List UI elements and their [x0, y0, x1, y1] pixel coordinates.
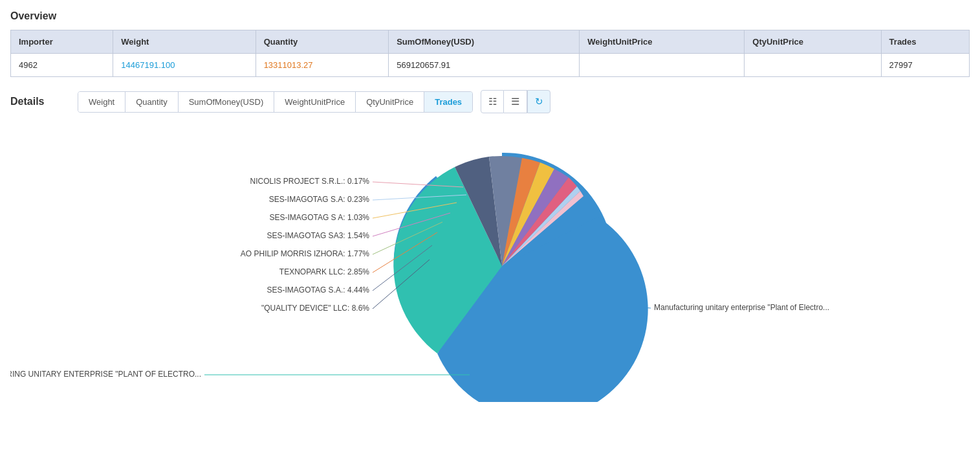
col-importer: Importer	[11, 30, 113, 54]
col-trades: Trades	[881, 30, 969, 54]
overview-section: Overview Importer Weight Quantity SumOfM…	[10, 10, 970, 77]
tab-quantity[interactable]: Quantity	[125, 92, 178, 112]
grid-view-button[interactable]: ☷	[481, 90, 504, 113]
cell-sumofmoney: 569120657.91	[389, 54, 580, 77]
legend-label-ses-sa2: SES-IMAGOTAG S.A.: 4.44%	[267, 285, 370, 295]
tab-sumofmoney[interactable]: SumOfMoney(USD)	[179, 92, 275, 112]
details-header: Details Weight Quantity SumOfMoney(USD) …	[10, 90, 970, 113]
cell-quantity: 13311013.27	[256, 54, 389, 77]
cell-weight: 14467191.100	[113, 54, 256, 77]
legend-label-ses-sa3: SES-IMAGOTAG SA3: 1.54%	[267, 231, 370, 240]
legend-label-quality: "QUALITY DEVICE" LLC: 8.6%	[261, 304, 369, 313]
cell-qtyunitprice	[745, 54, 881, 77]
col-sumofmoney: SumOfMoney(USD)	[389, 30, 580, 54]
legend-label-ses-a: SES-IMAGOTAG S A: 1.03%	[270, 213, 370, 222]
table-header-row: Importer Weight Quantity SumOfMoney(USD)…	[11, 30, 970, 54]
col-qtyunitprice: QtyUnitPrice	[745, 30, 881, 54]
cell-weightunitprice	[580, 54, 745, 77]
tab-qtyunitprice[interactable]: QtyUnitPrice	[356, 92, 424, 112]
legend-label-texnopark: TEXNOPARK LLC: 2.85%	[279, 267, 369, 276]
details-title: Details	[10, 96, 62, 107]
cell-importer: 4962	[11, 54, 113, 77]
col-weightunitprice: WeightUnitPrice	[580, 30, 745, 54]
tab-weight[interactable]: Weight	[78, 92, 125, 112]
tab-bar: Weight Quantity SumOfMoney(USD) WeightUn…	[78, 91, 473, 113]
tab-trades[interactable]: Trades	[424, 92, 472, 112]
list-view-button[interactable]: ☰	[504, 90, 527, 113]
col-quantity: Quantity	[256, 30, 389, 54]
legend-label-manufacturing-left: MANUFACTURING UNITARY ENTERPRISE "PLANT …	[10, 370, 201, 379]
legend-label-nicolis: NICOLIS PROJECT S.R.L.: 0.17%	[250, 177, 369, 186]
refresh-button[interactable]: ↻	[527, 90, 550, 113]
legend-label-ses-sa-small: SES-IMAGOTAG S.A: 0.23%	[269, 195, 369, 204]
legend-label-philip: AO PHILIP MORRIS IZHORA: 1.77%	[241, 249, 369, 258]
chart-area: NICOLIS PROJECT S.R.L.: 0.17% SES-IMAGOT…	[10, 124, 970, 402]
view-icon-group: ☷ ☰ ↻	[481, 90, 550, 113]
details-section: Details Weight Quantity SumOfMoney(USD) …	[10, 90, 970, 402]
cell-trades: 27997	[881, 54, 969, 77]
col-weight: Weight	[113, 30, 256, 54]
legend-label-manufacturing-right: Manufacturing unitary enterprise "Plant …	[654, 303, 829, 312]
table-row: 4962 14467191.100 13311013.27 569120657.…	[11, 54, 970, 77]
overview-table: Importer Weight Quantity SumOfMoney(USD)…	[10, 30, 970, 77]
pie-chart: NICOLIS PROJECT S.R.L.: 0.17% SES-IMAGOT…	[10, 124, 955, 402]
overview-title: Overview	[10, 10, 970, 22]
tab-weightunitprice[interactable]: WeightUnitPrice	[274, 92, 356, 112]
